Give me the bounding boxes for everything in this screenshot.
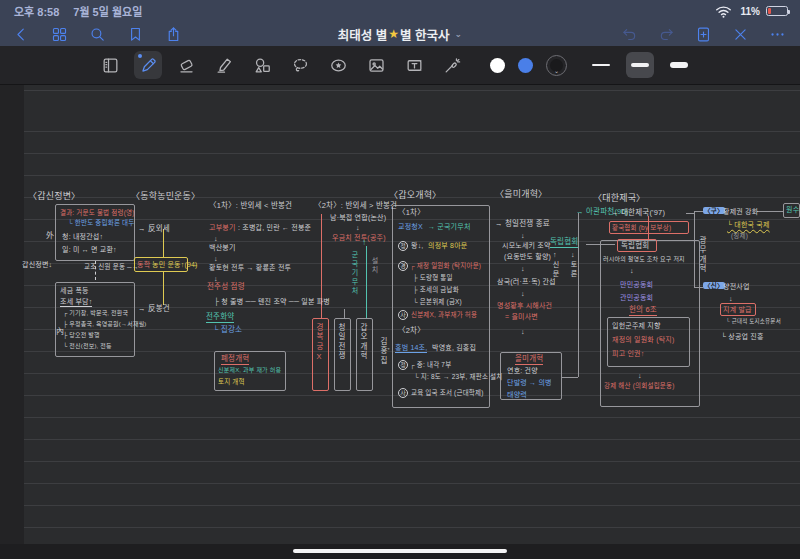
ink-text: ┌ 기기창, 박문국, 전환국 bbox=[63, 310, 128, 317]
ink-text: └ 한반도 중립화론 대두 bbox=[68, 219, 134, 226]
header-eulmi: 〈을미개혁〉 bbox=[495, 189, 547, 199]
bottom-bar bbox=[0, 544, 800, 559]
ink-text: 황제권 강화 bbox=[723, 208, 758, 216]
ink-text: 우금치 전투(공주) bbox=[332, 234, 386, 242]
ink-text: 결과: 거문도 불법 점령(영) bbox=[60, 209, 135, 216]
ink-text: (칭제) bbox=[731, 232, 748, 239]
tool-text[interactable] bbox=[400, 51, 428, 79]
redo-icon[interactable] bbox=[655, 24, 677, 44]
ink-text: ↓ bbox=[521, 265, 525, 273]
ink-text: 토지 개혁 bbox=[218, 378, 245, 385]
ink-text: 러시아의 절영도 조차 요구 저지 bbox=[603, 256, 685, 263]
pen-toolbar: ⌄ bbox=[0, 46, 800, 85]
tool-sticker[interactable] bbox=[324, 51, 352, 79]
ink-connector-line bbox=[344, 309, 345, 318]
tool-highlighter[interactable] bbox=[210, 51, 238, 79]
ink-text: 시모노세키 조약 bbox=[502, 242, 551, 250]
ink-text: → 군국기무처 bbox=[428, 223, 471, 231]
tool-image[interactable] bbox=[362, 51, 390, 79]
ink-text: 단발령 → 의병 bbox=[507, 379, 552, 387]
close-icon[interactable] bbox=[729, 24, 751, 44]
ink-layer: 〈갑신정변〉〈동학농민운동〉〈갑오개혁〉〈을미개혁〉〈대한제국〉결과: 거문도 … bbox=[0, 85, 800, 544]
ink-text: 〈구〉 bbox=[703, 207, 725, 214]
ink-text: ↑ bbox=[553, 251, 557, 259]
stroke-width-medium[interactable] bbox=[626, 52, 654, 78]
ink-text: : 조병갑, 민란 ← 전봉준 bbox=[238, 224, 311, 232]
tool-laser[interactable] bbox=[438, 51, 466, 79]
header-gabo: 〈갑오개혁〉 bbox=[389, 190, 441, 200]
ink-text: 동학 bbox=[137, 261, 150, 269]
color-swatch[interactable] bbox=[490, 58, 505, 73]
document-title[interactable]: 최태성 별 ★ 별 한국사 ⌄ bbox=[338, 22, 462, 46]
tool-lasso[interactable] bbox=[286, 51, 314, 79]
ink-text: 삼국(러·프·독) 간섭 bbox=[497, 278, 556, 286]
ink-text: └ 근대적 토지소유문서 bbox=[726, 318, 781, 324]
ink-text: 원수부 bbox=[786, 206, 800, 214]
stroke-width-thin[interactable] bbox=[587, 52, 615, 78]
ink-text: → 청일전쟁 종료 bbox=[495, 220, 550, 229]
ink-text: 재정의 일원화 (탁지) bbox=[612, 336, 674, 344]
ink-vertical-text: 갑오개혁 bbox=[359, 323, 367, 361]
ink-text: 고부봉기 bbox=[209, 224, 236, 232]
ink-text: 관민공동회 bbox=[620, 294, 653, 302]
add-page-icon[interactable] bbox=[692, 24, 714, 44]
ink-connector-line bbox=[694, 211, 703, 212]
ink-text: ↓ bbox=[729, 295, 733, 303]
ink-text: 정 bbox=[398, 360, 408, 370]
ink-text: 태양력 bbox=[507, 391, 527, 399]
tool-pen[interactable] bbox=[134, 51, 162, 79]
ink-text: 교육 입국 조서 (근대학제) bbox=[411, 389, 484, 396]
ink-text: ↓ bbox=[214, 235, 218, 243]
more-icon[interactable] bbox=[766, 24, 788, 44]
ink-text: 경 bbox=[398, 261, 408, 271]
bookmark-icon[interactable] bbox=[124, 24, 146, 44]
ink-text: ↓ bbox=[214, 255, 218, 263]
ink-text: ├ 청 출병 ── 톈진 조약 ── 일본 파병 bbox=[214, 298, 330, 306]
color-swatch[interactable] bbox=[518, 58, 533, 73]
ink-text: 갑신정변↓ bbox=[22, 261, 52, 269]
ink-text: ↓ bbox=[521, 328, 525, 336]
thumbnails-grid-icon[interactable] bbox=[48, 24, 70, 44]
ink-text: ↓ bbox=[521, 290, 525, 298]
ink-text: ├ 조세의 금납화 bbox=[413, 286, 459, 293]
ink-text: → 反봉건 bbox=[138, 305, 170, 314]
ink-connector-line bbox=[686, 213, 694, 214]
header-gabo-1st: 〈1차〉 bbox=[398, 209, 425, 218]
goodnotes-app: 오후 8:58 7월 5일 월요일 11% 최태성 별 ★ 별 한국사 ⌄ ⌄ bbox=[0, 0, 800, 559]
header-gabo-2nd: 〈2차〉 bbox=[398, 327, 425, 336]
ink-connector-line bbox=[163, 272, 164, 305]
ink-text: ┌ 재정 일원화 (탁지아문) bbox=[410, 262, 481, 269]
ink-text: ↓ bbox=[638, 372, 642, 380]
ink-text: 을미개혁 bbox=[515, 355, 543, 365]
ink-text: 교조 신원 운동 ─→ bbox=[84, 263, 139, 270]
share-icon[interactable] bbox=[162, 24, 184, 44]
ink-vertical-text: 신문 bbox=[552, 261, 559, 279]
tool-shapes[interactable] bbox=[248, 51, 276, 79]
home-indicator[interactable] bbox=[293, 549, 507, 553]
tool-page-panel[interactable] bbox=[96, 51, 124, 79]
ink-text: 양전사업 bbox=[723, 283, 750, 291]
ink-text: 세금 폭등 bbox=[60, 287, 89, 295]
ink-connector-line bbox=[366, 246, 367, 318]
ink-vertical-text: 광무개혁 bbox=[698, 236, 706, 274]
undo-icon[interactable] bbox=[618, 24, 640, 44]
battery-icon bbox=[766, 6, 788, 16]
ink-text: ↓ bbox=[521, 232, 525, 240]
back-chevron-icon[interactable] bbox=[10, 24, 32, 44]
ink-text: 강제 해산 (의회설립운동) bbox=[604, 382, 675, 389]
tool-eraser[interactable] bbox=[172, 51, 200, 79]
ink-text: = 을미사변 bbox=[505, 313, 538, 321]
chevron-down-icon: ⌄ bbox=[455, 29, 463, 39]
ink-vertical-text: 경복궁X bbox=[315, 323, 323, 363]
ink-text: 황국협회 (by 보부상) bbox=[612, 224, 671, 231]
stroke-width-thick[interactable] bbox=[665, 52, 693, 78]
ink-text: 입헌군주제 지향 bbox=[612, 322, 661, 330]
ink-text: 內 bbox=[56, 327, 64, 336]
color-swatch[interactable]: ⌄ bbox=[546, 55, 567, 76]
ink-text: └ 집강소 bbox=[213, 326, 242, 335]
note-canvas[interactable]: 〈갑신정변〉〈동학농민운동〉〈갑오개혁〉〈을미개혁〉〈대한제국〉결과: 거문도 … bbox=[0, 85, 800, 544]
search-icon[interactable] bbox=[86, 24, 108, 44]
battery-percent: 11% bbox=[741, 6, 760, 17]
ink-vertical-text: 설치 bbox=[371, 257, 378, 275]
ink-text: ├ 도량형 통일 bbox=[413, 274, 453, 281]
